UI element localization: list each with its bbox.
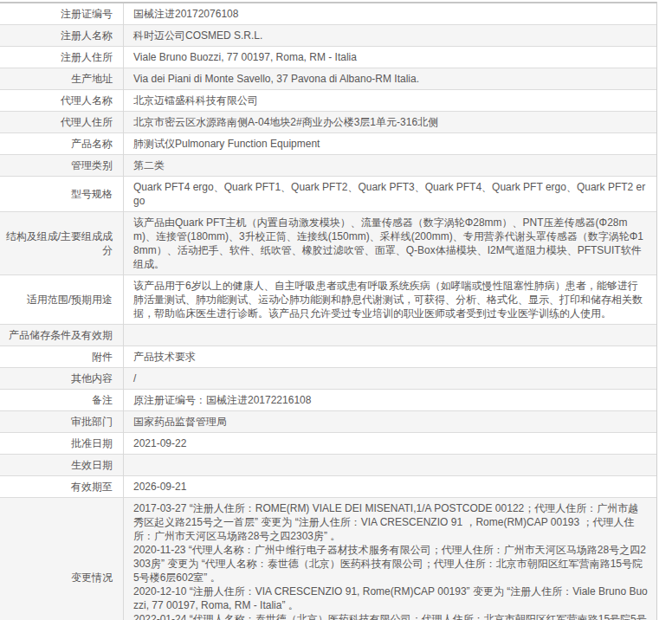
row-label-text: 结构及组成/主要组成成分 — [3, 229, 113, 257]
row-value: 该产品用于6岁以上的健康人、自主呼吸患者或患有呼吸系统疾病（如哮喘或慢性阻塞性肺… — [124, 275, 657, 325]
table-row: 变更情况2017-03-27 “注册人住所：ROME(RM) VIALE DEI… — [0, 498, 656, 620]
row-label: 管理类别 — [0, 155, 124, 177]
row-label: 产品储存条件及有效期 — [0, 325, 124, 346]
row-label-text: 代理人名称 — [61, 94, 113, 107]
row-value-text: 北京市密云区水源路南侧A-04地块2#商业办公楼3层1单元-316北侧 — [133, 116, 438, 128]
row-label: 注册人名称 — [0, 25, 124, 47]
row-label: 结构及组成/主要组成成分 — [0, 212, 124, 275]
row-value-text: 该产品用于6岁以上的健康人、自主呼吸患者或患有呼吸系统疾病（如哮喘或慢性阻塞性肺… — [133, 280, 643, 320]
row-value-text: / — [133, 372, 136, 384]
row-label-text: 生产地址 — [71, 72, 113, 86]
row-label-text: 适用范围/预期用途 — [27, 293, 113, 307]
row-value-text: 产品技术要求 — [133, 351, 196, 363]
row-value-text: 北京迈镭盛科科技有限公司 — [133, 94, 258, 107]
table-row: 审批部门国家药品监督管理局 — [0, 411, 656, 433]
registration-detail-page: 注册证编号国械注进20172076108注册人名称科时迈公司COSMED S.R… — [0, 0, 672, 620]
row-value: 第二类 — [124, 155, 657, 177]
row-label: 批准日期 — [0, 433, 124, 455]
row-value: 科时迈公司COSMED S.R.L. — [124, 25, 657, 47]
table-row: 结构及组成/主要组成成分该产品由Quark PFT主机（内置自动激发模块）、流量… — [0, 212, 656, 275]
table-row: 注册证编号国械注进20172076108 — [0, 3, 656, 25]
table-row: 生效日期 — [0, 455, 656, 476]
table-row: 产品名称肺测试仪Pulmonary Function Equipment — [0, 133, 656, 155]
table-row: 生产地址Via dei Piani di Monte Savello, 37 P… — [0, 68, 656, 90]
row-label: 产品名称 — [0, 133, 124, 155]
row-value — [124, 455, 657, 476]
row-label-text: 变更情况 — [71, 571, 113, 584]
row-label: 注册证编号 — [0, 3, 124, 25]
row-label: 审批部门 — [0, 411, 124, 433]
table-row: 适用范围/预期用途该产品用于6岁以上的健康人、自主呼吸患者或患有呼吸系统疾病（如… — [0, 275, 656, 325]
table-row: 其他内容/ — [0, 368, 656, 390]
row-value: 北京迈镭盛科科技有限公司 — [124, 90, 657, 112]
row-value: Quark PFT4 ergo、Quark PFT1、Quark PFT2、Qu… — [124, 177, 657, 212]
row-value-text: 肺测试仪Pulmonary Function Equipment — [133, 138, 320, 150]
row-value-text: 国家药品监督管理局 — [133, 416, 227, 428]
row-value: 原注册证编号：国械注进20172216108 — [124, 390, 657, 411]
row-value: 产品技术要求 — [124, 346, 657, 368]
row-value-text: Viale Bruno Buozzi, 77 00197, Roma, RM -… — [133, 51, 357, 63]
row-label: 代理人住所 — [0, 112, 124, 133]
row-value: 2026-09-21 — [124, 476, 657, 498]
row-value-text: 该产品由Quark PFT主机（内置自动激发模块）、流量传感器（数字涡轮Φ28m… — [133, 216, 643, 270]
row-label-text: 其他内容 — [71, 371, 113, 385]
row-value: 国家药品监督管理局 — [124, 411, 657, 433]
row-value-text: 国械注进20172076108 — [133, 8, 238, 20]
row-value-text: 第二类 — [133, 159, 165, 171]
change-entry: 2022-01-24 “代理人名称：泰世德（北京）医药科技有限公司；代理人住所：… — [133, 612, 648, 620]
row-label-text: 附件 — [92, 350, 113, 364]
row-label: 型号规格 — [0, 177, 124, 212]
row-label: 注册人住所 — [0, 47, 124, 68]
row-value: 国械注进20172076108 — [124, 3, 657, 25]
row-label: 附件 — [0, 346, 124, 368]
row-label: 变更情况 — [0, 498, 124, 620]
row-label-text: 有效期至 — [71, 480, 113, 494]
row-value-text: Quark PFT4 ergo、Quark PFT1、Quark PFT2、Qu… — [133, 181, 645, 207]
table-row: 产品储存条件及有效期 — [0, 325, 656, 346]
row-value: 2021-09-22 — [124, 433, 657, 455]
row-value-text: 2026-09-21 — [133, 481, 186, 493]
row-value-text: 2021-09-22 — [133, 437, 186, 449]
row-value-text: 科时迈公司COSMED S.R.L. — [133, 29, 262, 42]
row-value: 该产品由Quark PFT主机（内置自动激发模块）、流量传感器（数字涡轮Φ28m… — [124, 212, 657, 275]
row-label-text: 批准日期 — [71, 436, 113, 450]
row-label: 其他内容 — [0, 368, 124, 390]
row-label: 备注 — [0, 390, 124, 411]
row-label-text: 注册人名称 — [61, 29, 113, 42]
row-label-text: 型号规格 — [71, 187, 113, 201]
row-label-text: 代理人住所 — [61, 115, 113, 129]
row-label-text: 管理类别 — [71, 158, 113, 172]
row-value: Via dei Piani di Monte Savello, 37 Pavon… — [124, 68, 657, 90]
table-row: 代理人住所北京市密云区水源路南侧A-04地块2#商业办公楼3层1单元-316北侧 — [0, 112, 656, 133]
table-row: 附件产品技术要求 — [0, 346, 656, 368]
row-label: 生产地址 — [0, 68, 124, 90]
change-entry: 2020-11-23 “代理人名称：广州中维行电子器材技术服务有限公司；代理人住… — [133, 543, 648, 584]
row-label-text: 产品名称 — [71, 137, 113, 151]
row-label-text: 注册人住所 — [61, 50, 113, 64]
row-value-text: 原注册证编号：国械注进20172216108 — [133, 394, 311, 406]
row-value: / — [124, 368, 657, 390]
row-value: 2017-03-27 “注册人住所：ROME(RM) VIALE DEI MIS… — [124, 498, 657, 620]
change-entry: 2017-03-27 “注册人住所：ROME(RM) VIALE DEI MIS… — [133, 501, 648, 543]
table-row: 批准日期2021-09-22 — [0, 433, 656, 455]
table-row: 注册人住所Viale Bruno Buozzi, 77 00197, Roma,… — [0, 47, 656, 68]
row-value: 北京市密云区水源路南侧A-04地块2#商业办公楼3层1单元-316北侧 — [124, 112, 657, 133]
row-label: 有效期至 — [0, 476, 124, 498]
row-label-text: 审批部门 — [71, 415, 113, 429]
row-label-text: 生效日期 — [71, 458, 113, 472]
table-row: 有效期至2026-09-21 — [0, 476, 656, 498]
row-value-text: Via dei Piani di Monte Savello, 37 Pavon… — [133, 73, 419, 85]
table-row: 备注原注册证编号：国械注进20172216108 — [0, 390, 656, 411]
row-label-text: 注册证编号 — [61, 7, 113, 21]
table-row: 代理人名称北京迈镭盛科科技有限公司 — [0, 90, 656, 112]
change-entry: 2020-12-10 “注册人住所：VIA CRESCENZIO 91, Rom… — [133, 584, 648, 612]
row-label-text: 备注 — [92, 393, 113, 407]
table-row: 型号规格Quark PFT4 ergo、Quark PFT1、Quark PFT… — [0, 177, 656, 212]
row-value: 肺测试仪Pulmonary Function Equipment — [124, 133, 657, 155]
row-value — [124, 325, 657, 346]
table-row: 注册人名称科时迈公司COSMED S.R.L. — [0, 25, 656, 47]
row-label: 代理人名称 — [0, 90, 124, 112]
row-value: Viale Bruno Buozzi, 77 00197, Roma, RM -… — [124, 47, 657, 68]
row-label: 适用范围/预期用途 — [0, 275, 124, 325]
row-label-text: 产品储存条件及有效期 — [9, 328, 113, 342]
